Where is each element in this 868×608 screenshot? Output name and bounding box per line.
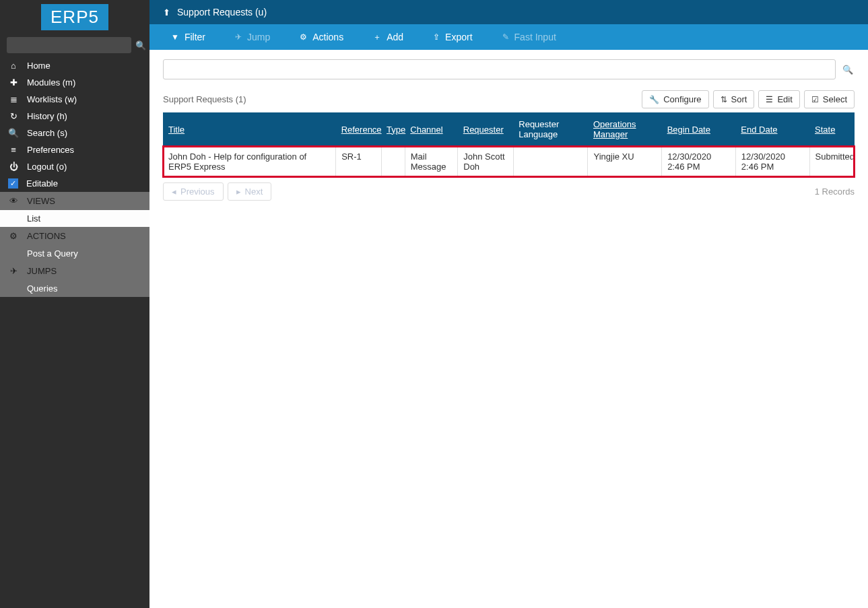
worklists-icon: ≣ [8, 94, 19, 104]
add-button[interactable]: ＋Add [358, 24, 418, 50]
logo-container: ERP5 [0, 0, 149, 33]
nav-label: History (h) [27, 111, 67, 121]
jump-button: ✈Jump [220, 24, 285, 50]
eye-icon: 👁 [8, 196, 19, 206]
col-title[interactable]: Title [163, 112, 336, 146]
sort-icon: ⇅ [721, 95, 727, 104]
actions-label: ACTIONS [27, 231, 66, 241]
main-search-input[interactable] [163, 59, 836, 79]
main-search-icon[interactable]: 🔍 [841, 59, 855, 79]
toolbar: ▼Filter ✈Jump ⚙Actions ＋Add ⇪Export ✎Fas… [149, 24, 868, 50]
cell-begin-date: 12/30/2020 2:46 PM [662, 146, 736, 177]
nav-modules[interactable]: ✚Modules (m) [0, 74, 149, 91]
content: 🔍 Support Requests (1) 🔧Configure ⇅Sort … [149, 50, 868, 210]
pager-buttons: ◂Previous ▸Next [163, 182, 271, 201]
btn-label: Next [245, 187, 263, 197]
nav-home[interactable]: ⌂Home [0, 57, 149, 74]
sidebar-search-input[interactable] [7, 37, 131, 53]
select-button[interactable]: ☑Select [804, 90, 855, 108]
preferences-icon: ≡ [8, 145, 19, 155]
edit-button[interactable]: ☰Edit [758, 90, 799, 108]
check-icon: ☑ [811, 95, 819, 104]
nav-search[interactable]: 🔍Search (s) [0, 125, 149, 141]
cell-channel: Mail Message [405, 146, 457, 177]
table-header-row: Title Reference Type Channel Requester R… [163, 112, 855, 146]
col-begin-date[interactable]: Begin Date [662, 112, 736, 146]
next-button: ▸Next [228, 182, 272, 201]
search-row: 🔍 [163, 59, 855, 79]
jumps-header: ✈JUMPS [0, 262, 149, 280]
tool-label: Export [445, 32, 472, 42]
col-end-date[interactable]: End Date [735, 112, 809, 146]
export-icon: ⇪ [433, 32, 440, 42]
nav-logout[interactable]: ⏻Logout (o) [0, 158, 149, 175]
editable-checkbox[interactable]: ✓ [8, 178, 18, 189]
jumps-item-queries[interactable]: Queries [0, 280, 149, 297]
cell-title: John Doh - Help for configuration of ERP… [163, 146, 336, 177]
search-icon[interactable]: 🔍 [135, 40, 146, 50]
nav-label: Modules (m) [27, 77, 75, 88]
nav-label: Worklists (w) [27, 94, 77, 104]
search-nav-icon: 🔍 [8, 128, 19, 138]
actions-header: ⚙ACTIONS [0, 227, 149, 245]
actions-button[interactable]: ⚙Actions [285, 24, 358, 50]
records-count: 1 Records [815, 187, 855, 197]
tool-label: Fast Input [514, 32, 556, 42]
cell-type [381, 146, 405, 177]
plane-icon: ✈ [235, 32, 242, 42]
listing-buttons: 🔧Configure ⇅Sort ☰Edit ☑Select [642, 90, 855, 108]
col-reference[interactable]: Reference [336, 112, 381, 146]
cell-requester-language [513, 146, 588, 177]
cell-reference: SR-1 [336, 146, 381, 177]
col-requester-language[interactable]: Requester Language [513, 112, 588, 146]
export-button[interactable]: ⇪Export [418, 24, 487, 50]
up-icon[interactable]: ⬆ [163, 7, 170, 18]
cell-end-date: 12/30/2020 2:46 PM [735, 146, 809, 177]
btn-label: Select [823, 94, 847, 104]
cell-requester: John Scott Doh [458, 146, 514, 177]
filter-button[interactable]: ▼Filter [156, 24, 220, 50]
col-type[interactable]: Type [381, 112, 405, 146]
jumps-label: JUMPS [27, 266, 57, 276]
nav-label: Search (s) [27, 128, 67, 138]
sidebar: ERP5 🔍 ⌂Home ✚Modules (m) ≣Worklists (w)… [0, 0, 149, 608]
btn-label: Edit [777, 94, 792, 104]
cell-operations-manager: Yingjie XU [588, 146, 662, 177]
filter-icon: ▼ [171, 32, 179, 42]
nav-history[interactable]: ↻History (h) [0, 108, 149, 125]
nav-label: Preferences [27, 145, 74, 155]
list-icon: ☰ [766, 95, 773, 104]
home-icon: ⌂ [8, 61, 19, 71]
data-table: Title Reference Type Channel Requester R… [163, 112, 855, 177]
main: ⬆ Support Requests (u) ▼Filter ✈Jump ⚙Ac… [149, 0, 868, 608]
tool-label: Add [387, 32, 403, 42]
nav-editable[interactable]: ✓ Editable [0, 175, 149, 192]
history-icon: ↻ [8, 111, 19, 121]
table-row[interactable]: John Doh - Help for configuration of ERP… [163, 146, 855, 177]
pager: ◂Previous ▸Next 1 Records [163, 182, 855, 201]
previous-button: ◂Previous [163, 182, 224, 201]
nav-label: Home [27, 61, 51, 71]
actions-item-post-query[interactable]: Post a Query [0, 245, 149, 262]
plus-icon: ＋ [373, 32, 381, 43]
nav-preferences[interactable]: ≡Preferences [0, 141, 149, 158]
views-label: VIEWS [27, 196, 55, 206]
nav-worklists[interactable]: ≣Worklists (w) [0, 91, 149, 108]
sort-button[interactable]: ⇅Sort [713, 90, 755, 108]
topbar: ⬆ Support Requests (u) [149, 0, 868, 24]
col-operations-manager[interactable]: Operations Manager [588, 112, 662, 146]
btn-label: Sort [731, 94, 747, 104]
col-channel[interactable]: Channel [405, 112, 457, 146]
configure-button[interactable]: 🔧Configure [642, 90, 708, 108]
col-state[interactable]: State [809, 112, 854, 146]
sidebar-search: 🔍 [0, 33, 149, 57]
actions-icon: ⚙ [8, 231, 19, 241]
wand-icon: ✎ [502, 32, 509, 42]
nav-label: Logout (o) [27, 162, 67, 172]
editable-label: Editable [26, 178, 58, 189]
logout-icon: ⏻ [8, 162, 19, 172]
views-item-list[interactable]: List [0, 210, 149, 227]
col-requester[interactable]: Requester [458, 112, 514, 146]
tool-label: Jump [247, 32, 270, 42]
gears-icon: ⚙ [300, 32, 307, 42]
